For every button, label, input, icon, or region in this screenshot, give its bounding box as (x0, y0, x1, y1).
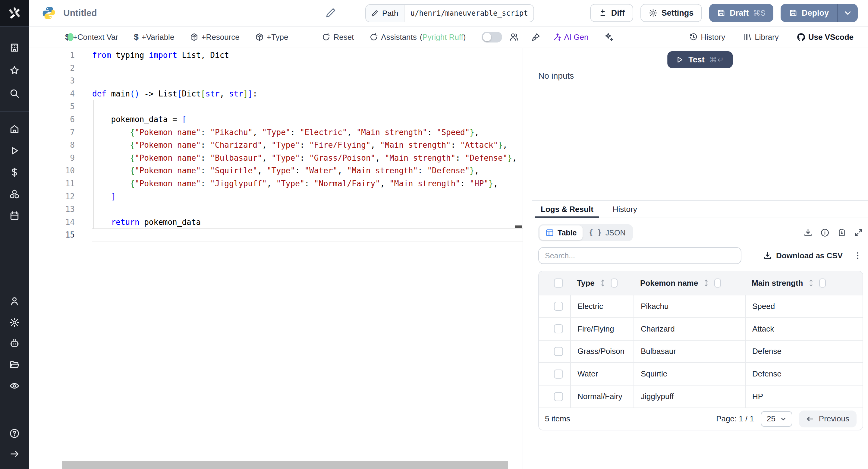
overview-ruler-cursor-mark (515, 225, 522, 228)
ai-sparkles-button[interactable] (604, 32, 614, 42)
add-type-button[interactable]: +Type (255, 33, 288, 42)
code-token: , (474, 128, 479, 137)
path-control[interactable]: Path u/henri/maneuverable_script (365, 4, 534, 22)
clipboard-copy-icon[interactable] (837, 228, 846, 237)
sidebar-item-variables[interactable] (0, 162, 29, 183)
sidebar-item-resources[interactable] (0, 184, 29, 205)
view-table-button[interactable]: Table (539, 225, 583, 240)
code-line[interactable] (92, 100, 523, 113)
sparkles-icon (604, 32, 614, 42)
tab-logs-result[interactable]: Logs & Result (535, 201, 599, 218)
multiplayer-toggle[interactable] (482, 32, 502, 42)
sidebar-item-runs[interactable] (0, 140, 29, 161)
code-line[interactable]: def main() -> List[Dict[str, str]]: (92, 87, 523, 100)
expand-icon[interactable] (854, 228, 863, 237)
code-token: : (201, 153, 210, 162)
line-number: 11 (29, 177, 92, 190)
select-all-checkbox[interactable] (554, 279, 563, 287)
history-button[interactable]: History (689, 33, 725, 42)
code-line[interactable]: {"Pokemon name": "Bulbasaur", "Type": "G… (92, 152, 523, 164)
windmill-logo-icon (7, 5, 22, 21)
code-token: "Charizard" (210, 140, 262, 150)
assistants-button[interactable]: Assistants (Pyright Ruff) (370, 33, 466, 42)
sort-icon[interactable] (703, 279, 710, 287)
view-json-button[interactable]: { } JSON (583, 225, 631, 240)
deploy-button[interactable]: Deploy (781, 4, 837, 22)
sidebar-item-workers[interactable] (0, 333, 29, 354)
line-number: 10 (29, 164, 92, 177)
code-line[interactable]: from typing import List, Dict (92, 49, 523, 62)
format-button[interactable] (531, 32, 541, 42)
previous-page-button[interactable]: Previous (799, 410, 857, 428)
column-filter-box[interactable] (714, 279, 721, 287)
settings-button[interactable]: Settings (641, 4, 702, 22)
code-line[interactable]: {"Pokemon name": "Jigglypuff", "Type": "… (92, 177, 523, 190)
row-checkbox[interactable] (554, 392, 563, 401)
code-token: , (220, 89, 229, 98)
row-checkbox[interactable] (554, 302, 563, 311)
code-editor[interactable]: 123456789101112131415 from typing import… (29, 48, 523, 469)
code-token: { (130, 128, 135, 137)
sidebar-item-workspace[interactable] (0, 37, 29, 58)
sidebar-item-schedules[interactable] (0, 206, 29, 226)
edit-summary-icon[interactable] (326, 7, 336, 18)
code-line[interactable]: pokemon_data = [ (92, 113, 523, 126)
code-line[interactable]: {"Pokemon name": "Charizard", "Type": "F… (92, 139, 523, 152)
collaborators-button[interactable] (509, 32, 519, 42)
download-icon[interactable] (804, 228, 812, 237)
deploy-dropdown-button[interactable] (838, 4, 858, 22)
table-header-row: TypePokemon nameMain strength (539, 271, 863, 295)
run-panel: Test ⌘↵ No inputs Logs & Result History … (532, 48, 868, 469)
table-cell: Normal/Fairy (570, 385, 633, 408)
reset-button[interactable]: Reset (322, 33, 354, 42)
ai-gen-button[interactable]: AI Gen (553, 33, 589, 42)
test-button[interactable]: Test ⌘↵ (667, 51, 733, 68)
code-line[interactable] (92, 228, 523, 242)
code-area[interactable]: from typing import List, Dictdef main() … (92, 49, 523, 242)
diff-button[interactable]: Diff (590, 4, 633, 22)
sidebar-item-favorites[interactable] (0, 60, 29, 81)
page-size-select[interactable]: 25 (761, 411, 792, 427)
sidebar-item-settings[interactable] (0, 312, 29, 333)
code-line[interactable] (92, 62, 523, 75)
code-line[interactable]: ] (92, 190, 523, 203)
use-vscode-button[interactable]: Use VScode (797, 33, 854, 42)
sidebar-item-collapse[interactable] (0, 444, 29, 464)
line-number: 13 (29, 203, 92, 216)
code-token: "Defense" (465, 153, 507, 162)
sidebar-item-folders[interactable] (0, 354, 29, 375)
library-button[interactable]: Library (743, 33, 778, 42)
row-checkbox[interactable] (554, 347, 563, 356)
download-csv-button[interactable]: Download as CSV (764, 251, 843, 260)
row-checkbox[interactable] (554, 324, 563, 333)
column-filter-box[interactable] (611, 279, 618, 287)
sidebar-item-account[interactable] (0, 291, 29, 312)
row-checkbox[interactable] (554, 370, 563, 379)
users-icon (509, 32, 519, 42)
column-filter-box[interactable] (819, 279, 826, 287)
code-line[interactable] (92, 203, 523, 216)
sidebar-item-help[interactable] (0, 423, 29, 444)
sidebar-item-home[interactable] (0, 119, 29, 139)
code-line[interactable] (92, 74, 523, 87)
search-input[interactable] (538, 247, 741, 264)
windmill-logo[interactable] (0, 0, 29, 27)
code-token: "Jigglypuff" (210, 179, 267, 188)
horizontal-scrollbar[interactable] (62, 461, 508, 469)
table-menu-button[interactable] (854, 251, 862, 260)
info-icon[interactable] (820, 228, 830, 237)
sort-icon[interactable] (599, 279, 606, 287)
code-line[interactable]: return pokemon_data (92, 216, 523, 229)
path-value[interactable]: u/henri/maneuverable_script (404, 5, 534, 22)
sidebar-item-search[interactable] (0, 83, 29, 104)
add-variable-button[interactable]: $ +Variable (134, 32, 174, 42)
code-line[interactable]: {"Pokemon name": "Pikachu", "Type": "Ele… (92, 126, 523, 139)
tab-history[interactable]: History (607, 201, 643, 218)
gear-icon (9, 317, 20, 327)
code-token: "Type" (272, 140, 300, 150)
code-line[interactable]: {"Pokemon name": "Squirtle", "Type": "Wa… (92, 164, 523, 177)
draft-button[interactable]: Draft ⌘S (709, 4, 773, 22)
add-resource-button[interactable]: +Resource (190, 33, 239, 42)
sidebar-item-audit[interactable] (0, 376, 29, 396)
sort-icon[interactable] (808, 279, 814, 287)
